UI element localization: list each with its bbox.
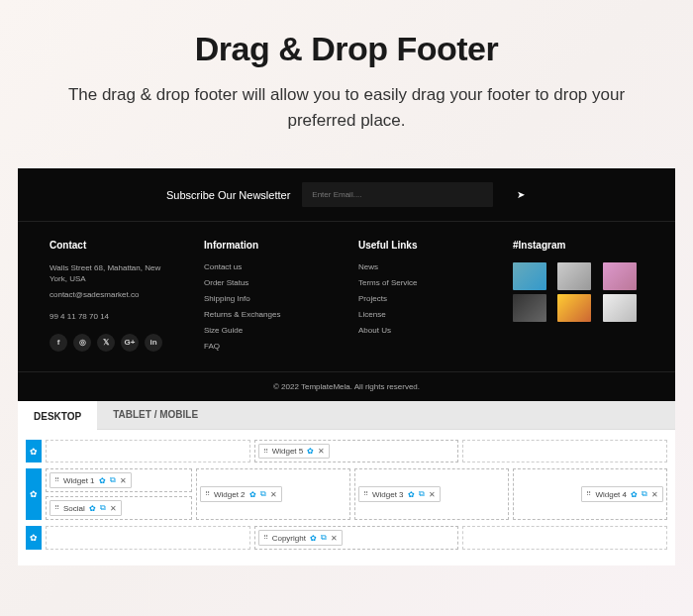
- footer-col-information: Information Contact us Order Status Ship…: [204, 240, 335, 358]
- copyright-text: © 2022 TemplateMela. All rights reserved…: [18, 371, 675, 401]
- footer-builder: DESKTOP TABLET / MOBILE ✿ ⠿ Widget 5 ✿ ✕: [18, 401, 675, 565]
- twitter-icon[interactable]: 𝕏: [97, 334, 115, 352]
- widget-label: Widget 4: [595, 490, 627, 499]
- footer-link[interactable]: Size Guide: [204, 326, 335, 335]
- duplicate-icon[interactable]: ⧉: [642, 489, 647, 499]
- close-icon[interactable]: ✕: [651, 490, 658, 499]
- instagram-icon[interactable]: ◎: [73, 334, 91, 352]
- duplicate-icon[interactable]: ⧉: [260, 489, 266, 499]
- widget-block[interactable]: ⠿ Widget 3 ✿ ⧉ ✕: [358, 486, 441, 502]
- close-icon[interactable]: ✕: [429, 490, 436, 499]
- social-icons: f ◎ 𝕏 G+ in: [50, 334, 180, 352]
- footer-col-useful: Useful Links News Terms of Service Proje…: [358, 240, 489, 358]
- newsletter-submit-button[interactable]: ➤: [505, 183, 537, 206]
- widget-block[interactable]: ⠿ Copyright ✿ ⧉ ✕: [258, 530, 343, 546]
- drag-icon: ⠿: [263, 534, 268, 542]
- gear-icon[interactable]: ✿: [249, 490, 256, 499]
- widget-block[interactable]: ⠿ Widget 4 ✿ ⧉ ✕: [581, 486, 663, 502]
- builder-cell[interactable]: ⠿ Copyright ✿ ⧉ ✕: [254, 526, 459, 550]
- contact-phone: 99 4 11 78 70 14: [50, 311, 180, 322]
- widget-block[interactable]: ⠿ Widget 1 ✿ ⧉ ✕: [50, 472, 132, 488]
- send-icon: ➤: [517, 189, 525, 200]
- footer-link[interactable]: About Us: [358, 326, 489, 335]
- tab-desktop[interactable]: DESKTOP: [18, 401, 97, 430]
- builder-cell[interactable]: ⠿ Widget 3 ✿ ⧉ ✕: [354, 468, 509, 520]
- drag-icon: ⠿: [263, 448, 268, 456]
- linkedin-icon[interactable]: in: [145, 334, 162, 352]
- builder-cell[interactable]: [46, 440, 250, 462]
- builder-cell[interactable]: [462, 526, 667, 550]
- builder-cell[interactable]: ⠿ Social ✿ ⧉ ✕: [46, 496, 192, 520]
- builder-cell[interactable]: ⠿ Widget 1 ✿ ⧉ ✕: [46, 468, 192, 492]
- footer-link[interactable]: Shipping Info: [204, 294, 335, 303]
- footer-link[interactable]: License: [358, 310, 489, 319]
- duplicate-icon[interactable]: ⧉: [100, 503, 106, 513]
- builder-cell[interactable]: ⠿ Widget 4 ✿ ⧉ ✕: [513, 468, 667, 520]
- gear-icon[interactable]: ✿: [99, 476, 106, 485]
- duplicate-icon[interactable]: ⧉: [321, 533, 327, 543]
- useful-heading: Useful Links: [358, 240, 489, 251]
- instagram-grid: [513, 262, 644, 322]
- page-title: Drag & Drop Footer: [59, 30, 634, 68]
- instagram-heading: #Instagram: [513, 240, 644, 251]
- widget-label: Widget 1: [63, 476, 95, 485]
- gear-icon[interactable]: ✿: [310, 534, 317, 543]
- gear-icon[interactable]: ✿: [89, 504, 96, 513]
- builder-row: ✿ ⠿ Widget 1 ✿ ⧉ ✕ ⠿: [26, 468, 667, 520]
- widget-label: Copyright: [272, 534, 306, 543]
- builder-cell[interactable]: [46, 526, 250, 550]
- builder-row: ✿ ⠿ Copyright ✿ ⧉ ✕: [26, 526, 667, 550]
- gear-icon[interactable]: ✿: [631, 490, 638, 499]
- widget-block[interactable]: ⠿ Social ✿ ⧉ ✕: [50, 500, 122, 516]
- row-settings-button[interactable]: ✿: [26, 468, 42, 520]
- drag-icon: ⠿: [54, 476, 59, 484]
- footer-link[interactable]: Terms of Service: [358, 278, 489, 287]
- duplicate-icon[interactable]: ⧉: [419, 489, 425, 499]
- tab-mobile[interactable]: TABLET / MOBILE: [97, 401, 214, 429]
- row-settings-button[interactable]: ✿: [26, 440, 42, 462]
- widget-label: Social: [63, 504, 85, 513]
- contact-heading: Contact: [50, 240, 180, 251]
- close-icon[interactable]: ✕: [120, 476, 127, 485]
- widget-block[interactable]: ⠿ Widget 5 ✿ ✕: [258, 444, 331, 459]
- google-plus-icon[interactable]: G+: [121, 334, 139, 352]
- close-icon[interactable]: ✕: [110, 504, 117, 513]
- information-heading: Information: [204, 240, 335, 251]
- footer-link[interactable]: Projects: [358, 294, 489, 303]
- facebook-icon[interactable]: f: [50, 334, 67, 352]
- footer-preview: Subscribe Our Newsletter ➤ Contact Walls…: [18, 168, 675, 401]
- duplicate-icon[interactable]: ⧉: [110, 475, 116, 485]
- drag-icon: ⠿: [205, 490, 210, 498]
- drag-icon: ⠿: [363, 490, 368, 498]
- instagram-thumb[interactable]: [557, 262, 591, 290]
- gear-icon[interactable]: ✿: [307, 447, 314, 456]
- contact-email: contact@sadesmarket.co: [50, 289, 180, 300]
- footer-link[interactable]: Contact us: [204, 262, 335, 271]
- footer-link[interactable]: Order Status: [204, 278, 335, 287]
- widget-block[interactable]: ⠿ Widget 2 ✿ ⧉ ✕: [200, 486, 282, 502]
- gear-icon: ✿: [30, 447, 38, 457]
- close-icon[interactable]: ✕: [270, 490, 277, 499]
- drag-icon: ⠿: [54, 504, 59, 512]
- instagram-thumb[interactable]: [513, 294, 546, 322]
- footer-link[interactable]: News: [358, 262, 489, 271]
- instagram-thumb[interactable]: [513, 262, 546, 290]
- builder-cell[interactable]: ⠿ Widget 2 ✿ ⧉ ✕: [196, 468, 350, 520]
- close-icon[interactable]: ✕: [318, 447, 325, 456]
- builder-cell[interactable]: [462, 440, 667, 462]
- footer-link[interactable]: Returns & Exchanges: [204, 310, 335, 319]
- instagram-thumb[interactable]: [603, 262, 637, 290]
- drag-icon: ⠿: [586, 490, 591, 498]
- instagram-thumb[interactable]: [603, 294, 637, 322]
- footer-col-contact: Contact Walls Street 68, Mahattan, New Y…: [50, 240, 180, 358]
- gear-icon[interactable]: ✿: [408, 490, 415, 499]
- instagram-thumb[interactable]: [557, 294, 591, 322]
- newsletter-label: Subscribe Our Newsletter: [166, 189, 290, 201]
- newsletter-email-input[interactable]: [302, 182, 493, 207]
- close-icon[interactable]: ✕: [331, 534, 338, 543]
- builder-tabs: DESKTOP TABLET / MOBILE: [18, 401, 675, 430]
- builder-cell[interactable]: ⠿ Widget 5 ✿ ✕: [254, 440, 459, 462]
- row-settings-button[interactable]: ✿: [26, 526, 42, 550]
- contact-address: Walls Street 68, Mahattan, New York, USA: [50, 262, 180, 284]
- footer-link[interactable]: FAQ: [204, 342, 335, 351]
